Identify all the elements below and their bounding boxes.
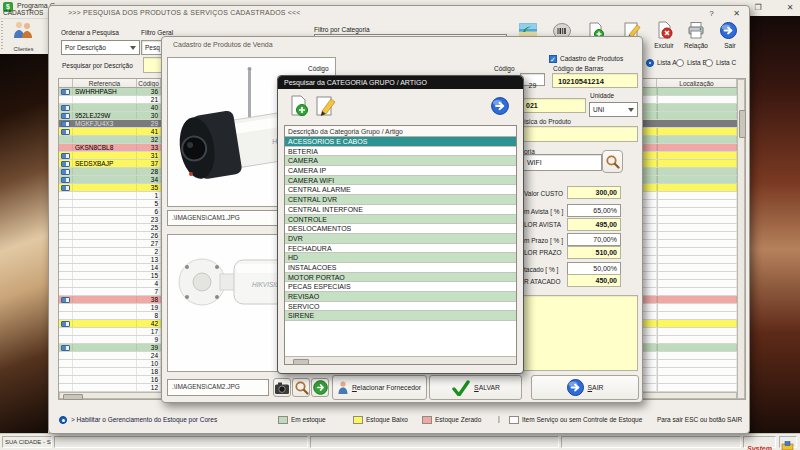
physical-desc-input[interactable] bbox=[506, 126, 638, 142]
category-hscrollbar-thumb[interactable] bbox=[293, 359, 309, 365]
cell-localizacao bbox=[657, 312, 737, 319]
unidade-label: Unidade bbox=[590, 92, 614, 100]
exit-label[interactable]: Sair bbox=[715, 42, 745, 50]
status-segment bbox=[310, 436, 559, 448]
order-combo[interactable]: Por Descrição bbox=[61, 40, 140, 55]
cell-localizacao bbox=[657, 96, 737, 103]
category-item[interactable]: HD bbox=[285, 253, 516, 263]
cell-codigo: 34 bbox=[137, 176, 161, 183]
status-bar: SUA CIDADE - S System bbox=[0, 433, 800, 450]
category-item[interactable]: PECAS ESPECIAIS bbox=[285, 282, 516, 292]
category-item[interactable]: INSTALACOES bbox=[285, 263, 516, 273]
cell-codigo: 29 bbox=[137, 120, 161, 127]
report-icon[interactable] bbox=[687, 21, 705, 43]
stock-item-icon bbox=[61, 321, 70, 327]
radio-label[interactable]: Lista A bbox=[657, 59, 677, 67]
category-item[interactable]: REVISAO bbox=[285, 292, 516, 302]
category-hscrollbar[interactable] bbox=[285, 356, 516, 364]
sair-button[interactable]: SAIR bbox=[531, 375, 639, 400]
person-icon bbox=[338, 381, 348, 394]
price-input[interactable]: 495,00 bbox=[567, 218, 621, 231]
category-item[interactable]: SERVICO bbox=[285, 302, 516, 312]
vertical-scrollbar[interactable] bbox=[737, 79, 745, 399]
category-item[interactable]: MOTOR PORTAO bbox=[285, 273, 516, 283]
category-item[interactable]: DESLOCAMENTOS bbox=[285, 224, 516, 234]
stock-item-icon bbox=[61, 89, 70, 95]
header-referencia[interactable]: Referencia bbox=[73, 79, 137, 87]
price-input[interactable]: 70,00% bbox=[567, 233, 621, 246]
category-item[interactable]: DVR bbox=[285, 234, 516, 244]
category-item[interactable]: FECHADURA bbox=[285, 244, 516, 254]
cell-referencia bbox=[73, 240, 137, 247]
cell-codigo: 24 bbox=[137, 352, 161, 359]
delete-icon[interactable] bbox=[655, 21, 673, 43]
dialog-exit-icon[interactable] bbox=[491, 97, 509, 119]
delete-label[interactable]: Excluir bbox=[647, 42, 681, 50]
app-restore-button[interactable]: ❐ bbox=[752, 2, 764, 13]
stock-item-icon bbox=[61, 185, 70, 191]
category-item[interactable]: CAMERA WIFI bbox=[285, 176, 516, 186]
price-input[interactable]: 65,00% bbox=[567, 204, 621, 217]
horizontal-scrollbar-thumb[interactable] bbox=[63, 394, 83, 400]
cell-codigo: 39 bbox=[137, 344, 161, 351]
report-label[interactable]: Relação bbox=[679, 42, 713, 50]
cell-localizacao bbox=[657, 376, 737, 383]
relacionar-fornecedor-button[interactable]: Relacionar Fornecedor bbox=[332, 375, 427, 400]
window-close-button[interactable]: ✕ bbox=[730, 8, 743, 19]
salvar-button[interactable]: SALVAR bbox=[429, 375, 522, 400]
help-button[interactable]: ? bbox=[705, 8, 718, 19]
load-image-button[interactable] bbox=[311, 378, 329, 397]
app-close-button[interactable]: ✕ bbox=[784, 2, 796, 13]
magnifier-icon bbox=[294, 380, 309, 395]
categoria-search-button[interactable] bbox=[602, 150, 623, 173]
vertical-scrollbar-thumb[interactable] bbox=[739, 110, 746, 138]
clientes-button[interactable]: Clientes bbox=[5, 20, 42, 54]
image2-path[interactable]: .\IMAGENS\CAM2.JPG bbox=[167, 379, 269, 396]
cell-referencia bbox=[73, 384, 137, 391]
category-item[interactable]: CENTRAL INTERFONE bbox=[285, 205, 516, 215]
cell-localizacao bbox=[657, 328, 737, 335]
category-item[interactable]: ACESSORIOS E CABOS bbox=[285, 137, 516, 147]
price-input[interactable]: 510,00 bbox=[567, 246, 621, 259]
exit-icon[interactable] bbox=[720, 22, 737, 43]
edit-category-icon[interactable] bbox=[315, 95, 337, 121]
radio-lista-c[interactable] bbox=[705, 59, 713, 67]
check-icon bbox=[451, 380, 470, 396]
radio-lista-a[interactable] bbox=[646, 59, 654, 67]
observations-area[interactable] bbox=[506, 295, 638, 371]
category-item[interactable]: SIRENE bbox=[285, 311, 516, 321]
category-item[interactable]: CONTROLE bbox=[285, 215, 516, 225]
cell-referencia bbox=[73, 208, 137, 215]
menu-cadastros[interactable]: CADASTROS bbox=[3, 9, 43, 17]
header-codigo[interactable]: Código bbox=[137, 79, 161, 87]
capture-image-button[interactable] bbox=[273, 378, 291, 397]
category-item[interactable]: CAMERA IP bbox=[285, 166, 516, 176]
zoom-image-button[interactable] bbox=[292, 378, 310, 397]
header-localizacao[interactable]: Localização bbox=[657, 79, 737, 87]
cell-codigo: 41 bbox=[137, 128, 161, 135]
radio-label[interactable]: Lista B bbox=[687, 59, 707, 67]
cell-referencia bbox=[73, 272, 137, 279]
category-list-header[interactable]: Descrição da Categoria Grupo / Artigo bbox=[285, 126, 516, 137]
price-input[interactable]: 300,00 bbox=[567, 186, 621, 199]
cadastro-produtos-checkbox[interactable]: ✓ bbox=[549, 55, 557, 63]
cell-referencia bbox=[73, 336, 137, 343]
cell-codigo: 36 bbox=[137, 88, 161, 95]
clientes-label: Clientes bbox=[5, 45, 42, 53]
add-category-icon[interactable] bbox=[288, 95, 308, 121]
radio-lista-b[interactable] bbox=[676, 59, 684, 67]
radio-label[interactable]: Lista C bbox=[716, 59, 736, 67]
category-item[interactable]: BETERIA bbox=[285, 147, 516, 157]
header-icon-col bbox=[59, 79, 73, 87]
cell-referencia bbox=[73, 168, 137, 175]
barcode-input[interactable]: 10210541214 bbox=[552, 73, 638, 88]
cell-referencia bbox=[73, 96, 137, 103]
cell-referencia bbox=[73, 264, 137, 271]
category-item[interactable]: CENTRAL ALARME bbox=[285, 185, 516, 195]
wallpaper-left bbox=[0, 54, 48, 433]
unidade-combo[interactable]: UNI bbox=[589, 102, 638, 117]
category-item[interactable]: CENTRAL DVR bbox=[285, 195, 516, 205]
search-window-title: >>> PESQUISA DOS PRODUTOS & SERVIÇOS CAD… bbox=[68, 9, 301, 16]
price-input[interactable]: 450,00 bbox=[567, 274, 621, 287]
category-item[interactable]: CAMERA bbox=[285, 156, 516, 166]
